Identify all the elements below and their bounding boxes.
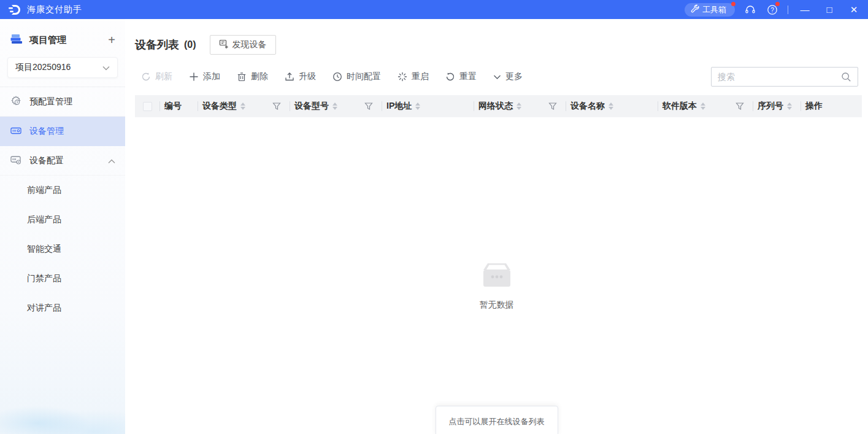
project-selector-value: 项目20250916 <box>15 62 71 73</box>
app-logo-icon <box>7 4 22 16</box>
sidebar-item-label: 预配置管理 <box>29 96 72 107</box>
sidebar-item-preconfig[interactable]: 预配置管理 <box>0 87 125 117</box>
upgrade-button[interactable]: 升级 <box>285 71 316 82</box>
project-header: 项目管理 + <box>0 19 125 55</box>
maximize-button[interactable]: □ <box>821 3 837 17</box>
sidebar-subitem-backend[interactable]: 后端产品 <box>0 205 125 234</box>
svg-text:?: ? <box>770 6 774 13</box>
sort-icon[interactable] <box>701 103 705 110</box>
reset-button[interactable]: 重置 <box>445 71 477 82</box>
toolbar: 刷新 添加 删除 <box>125 62 868 93</box>
sidebar-subitem-traffic[interactable]: 智能交通 <box>0 234 125 264</box>
sidebar: 项目管理 + 项目20250916 预配置管理 <box>0 19 125 434</box>
sort-icon[interactable] <box>517 103 521 110</box>
toolbox-badge <box>731 2 735 6</box>
main-content: 设备列表 (0) 发现设备 <box>125 19 868 434</box>
discover-icon <box>219 39 229 51</box>
minimize-button[interactable]: — <box>797 3 813 17</box>
chevron-down-icon <box>102 63 110 72</box>
select-all-checkbox[interactable] <box>143 102 152 111</box>
restart-label: 重启 <box>412 71 429 82</box>
refresh-button[interactable]: 刷新 <box>141 71 172 82</box>
project-selector[interactable]: 项目20250916 <box>7 57 118 78</box>
sidebar-item-label: 设备管理 <box>29 126 64 137</box>
column-label: 编号 <box>164 101 182 112</box>
toolbox-label: 工具箱 <box>702 4 726 15</box>
time-config-label: 时间配置 <box>347 71 381 82</box>
empty-state: 暂无数据 <box>125 262 868 311</box>
device-box-icon <box>10 125 22 139</box>
app-title: 海康交付助手 <box>27 4 82 15</box>
sort-icon[interactable] <box>240 103 245 110</box>
delete-button[interactable]: 删除 <box>237 71 268 82</box>
time-config-button[interactable]: 时间配置 <box>332 71 381 82</box>
header-cell-operation: 操作 <box>801 95 862 117</box>
empty-text: 暂无数据 <box>480 300 514 311</box>
search-box <box>711 67 858 87</box>
discover-devices-button[interactable]: 发现设备 <box>210 35 276 55</box>
sidebar-item-device-management[interactable]: 设备管理 <box>0 117 125 146</box>
column-label: 设备名称 <box>570 101 605 112</box>
clock-icon <box>332 72 342 82</box>
reset-icon <box>445 72 455 82</box>
column-label: 网络状态 <box>478 101 513 112</box>
column-label: 设备类型 <box>202 101 237 112</box>
chevron-down-icon <box>493 74 501 80</box>
header-cell-ip: IP地址 <box>382 95 474 117</box>
online-device-list-hint: 点击可以展开在线设备列表 <box>449 416 545 427</box>
filter-icon[interactable] <box>272 102 281 110</box>
add-label: 添加 <box>203 71 220 82</box>
page-title: 设备列表 <box>135 37 179 52</box>
header-cell-network-status: 网络状态 <box>474 95 566 117</box>
plus-icon <box>189 72 199 82</box>
empty-box-icon <box>482 262 512 291</box>
filter-icon[interactable] <box>548 102 557 110</box>
search-icon[interactable] <box>839 72 858 82</box>
toolbox-button[interactable]: 工具箱 <box>685 3 735 17</box>
sidebar-item-device-config[interactable]: 设备配置 <box>0 146 125 176</box>
upgrade-label: 升级 <box>299 71 316 82</box>
project-section-title: 项目管理 <box>29 34 66 46</box>
column-label: 操作 <box>805 101 823 112</box>
sidebar-subitem-frontend[interactable]: 前端产品 <box>0 176 125 205</box>
header-cell-device-model: 设备型号 <box>290 95 382 117</box>
column-label: IP地址 <box>386 101 412 112</box>
sort-icon[interactable] <box>787 103 792 110</box>
column-label: 序列号 <box>758 101 783 112</box>
project-icon <box>10 33 23 47</box>
trash-icon <box>237 72 247 82</box>
sidebar-subitem-intercom[interactable]: 对讲产品 <box>0 293 125 323</box>
refresh-label: 刷新 <box>155 71 172 82</box>
sort-icon[interactable] <box>415 103 420 110</box>
help-badge <box>775 2 780 6</box>
sidebar-subitem-access[interactable]: 门禁产品 <box>0 264 125 293</box>
chevron-up-icon <box>108 156 115 166</box>
column-label: 软件版本 <box>663 101 697 112</box>
help-icon[interactable]: ? <box>766 3 779 17</box>
add-button[interactable]: 添加 <box>189 71 220 82</box>
more-button[interactable]: 更多 <box>493 71 523 82</box>
device-gear-icon <box>10 153 22 168</box>
sort-icon[interactable] <box>332 103 337 110</box>
add-project-button[interactable]: + <box>108 34 115 46</box>
titlebar: 海康交付助手 工具箱 ? — <box>0 0 868 19</box>
filter-icon[interactable] <box>735 102 744 110</box>
gear-clock-icon <box>10 95 22 109</box>
restart-button[interactable]: 重启 <box>398 71 429 82</box>
titlebar-divider <box>788 6 788 14</box>
upload-icon <box>285 72 294 82</box>
header-cell-serial-number: 序列号 <box>753 95 801 117</box>
online-device-list-expander[interactable]: 点击可以展开在线设备列表 <box>436 406 558 434</box>
header-cell-number: 编号 <box>159 95 198 117</box>
sort-icon[interactable] <box>609 103 613 110</box>
close-button[interactable]: ✕ <box>846 3 862 17</box>
delete-label: 删除 <box>251 71 268 82</box>
device-count: (0) <box>184 39 196 50</box>
restart-icon <box>398 72 407 82</box>
search-input[interactable] <box>712 72 839 82</box>
support-headset-icon[interactable] <box>743 3 757 17</box>
column-label: 设备型号 <box>294 101 329 112</box>
filter-icon[interactable] <box>364 102 373 110</box>
table-header: 编号 设备类型 设备型号 IP地址 网络状态 <box>135 95 862 117</box>
refresh-icon <box>141 72 151 82</box>
